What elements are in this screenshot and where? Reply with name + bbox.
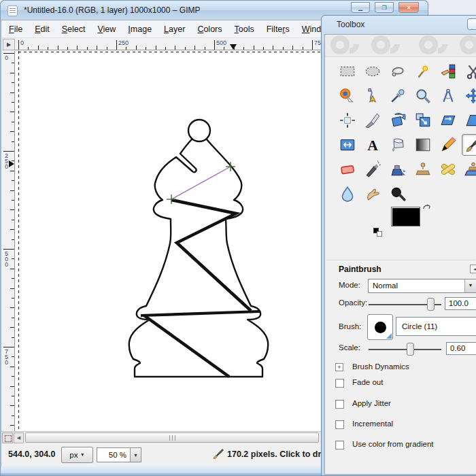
- tool-align[interactable]: [336, 109, 358, 131]
- checkbox-label: Use color from gradient: [352, 440, 434, 448]
- tool-blend[interactable]: [411, 134, 434, 156]
- tool-foreground-select[interactable]: [336, 85, 358, 107]
- menu-select[interactable]: Select: [56, 22, 92, 37]
- tool-clone[interactable]: [411, 158, 434, 180]
- tool-paths[interactable]: [361, 85, 384, 107]
- tool-eraser[interactable]: [336, 158, 358, 180]
- tool-scissors-select[interactable]: [462, 61, 476, 82]
- default-colors-icon[interactable]: [373, 228, 383, 237]
- scroll-left-arrow[interactable]: ◀: [14, 432, 24, 443]
- toolbox-close-button[interactable]: [467, 18, 476, 30]
- menu-edit[interactable]: Edit: [29, 22, 56, 37]
- scale-icon: [414, 112, 432, 129]
- tool-crop[interactable]: [361, 109, 384, 131]
- blur-sharpen-icon: [339, 185, 356, 203]
- tool-zoom[interactable]: [411, 85, 434, 107]
- tool-scale[interactable]: [411, 109, 434, 131]
- zoom-level-field[interactable]: 50 %: [97, 447, 131, 462]
- minimize-button[interactable]: ▁: [351, 2, 370, 13]
- unit-dropdown[interactable]: px ▼: [61, 447, 93, 463]
- paintbrush-status-icon: [212, 448, 224, 460]
- tool-select-by-color[interactable]: [437, 61, 459, 82]
- checkbox-fade-out[interactable]: [335, 379, 344, 388]
- clone-icon: [414, 160, 432, 178]
- menu-image[interactable]: Image: [122, 22, 158, 37]
- separator: [326, 260, 475, 260]
- swap-colors-icon[interactable]: [422, 203, 432, 211]
- smudge-icon: [364, 185, 381, 203]
- maximize-button[interactable]: ❐: [375, 2, 394, 13]
- tool-shear[interactable]: [437, 109, 459, 131]
- menu-tools[interactable]: Tools: [228, 22, 260, 37]
- menu-layer[interactable]: Layer: [158, 22, 191, 37]
- tool-smudge[interactable]: [361, 183, 384, 205]
- zoom-dropdown-arrow[interactable]: ▼: [131, 447, 141, 462]
- mode-select[interactable]: Normal ▼: [368, 279, 476, 293]
- menu-filters[interactable]: Filters: [260, 22, 296, 37]
- tool-ellipse-select[interactable]: [361, 61, 384, 82]
- wilber-decoration: [325, 35, 476, 57]
- options-collapse-icon[interactable]: ◂: [470, 265, 476, 273]
- tool-pencil[interactable]: [437, 134, 459, 156]
- tool-perspective[interactable]: [462, 109, 476, 131]
- tool-move[interactable]: [462, 85, 476, 107]
- quick-mask-toggle[interactable]: [2, 432, 13, 443]
- scale-slider-thumb[interactable]: [407, 343, 414, 356]
- close-button[interactable]: ✕: [398, 2, 419, 13]
- tool-bucket-fill[interactable]: [386, 134, 409, 156]
- scale-slider[interactable]: [369, 349, 441, 350]
- zoom-icon: [414, 87, 432, 105]
- tool-heal[interactable]: [437, 158, 459, 180]
- scrollbar-thumb[interactable]: [25, 432, 319, 443]
- left-ruler-label: 0: [5, 55, 8, 61]
- tool-flip[interactable]: [336, 134, 358, 156]
- toolbox-panel: A Paintbrush ◂ Mode: Normal ▼ Opacity: 1…: [324, 34, 476, 475]
- mode-dropdown-arrow[interactable]: ▼: [464, 279, 476, 292]
- foreground-color-swatch[interactable]: [391, 207, 420, 226]
- checkbox-incremental[interactable]: [335, 420, 344, 429]
- tool-options-title: Paintbrush: [339, 265, 381, 274]
- foreground-select-icon: [339, 87, 356, 105]
- brush-thumbnail-button[interactable]: [367, 314, 393, 340]
- brush-name-field[interactable]: Circle (11): [396, 317, 476, 336]
- tool-dodge-burn[interactable]: [386, 183, 409, 205]
- tool-rectangle-select[interactable]: [336, 61, 358, 82]
- menu-view[interactable]: View: [91, 22, 122, 37]
- checkbox-use-color-from-gradient[interactable]: [335, 441, 344, 449]
- tool-rotate[interactable]: [386, 109, 409, 131]
- tool-airbrush[interactable]: [361, 158, 384, 180]
- checkbox-apply-jitter[interactable]: [335, 400, 344, 409]
- tool-fuzzy-select[interactable]: [411, 61, 434, 82]
- scale-label: Scale:: [339, 343, 360, 352]
- text-icon: A: [364, 136, 381, 154]
- tool-color-picker[interactable]: [386, 85, 409, 107]
- tool-ink[interactable]: [386, 158, 409, 180]
- tool-measure[interactable]: [437, 85, 459, 107]
- menu-colors[interactable]: Colors: [191, 22, 228, 37]
- move-icon: [464, 87, 476, 105]
- tool-free-select[interactable]: [386, 61, 409, 82]
- checkbox-label: Apply Jitter: [352, 399, 391, 407]
- opacity-slider-thumb[interactable]: [427, 298, 435, 311]
- align-icon: [339, 112, 356, 129]
- tool-text[interactable]: A: [361, 134, 384, 156]
- ellipse-select-icon: [364, 63, 381, 80]
- ruler-corner-menu-button[interactable]: ▶: [3, 39, 15, 50]
- dodge-burn-icon: [389, 185, 407, 203]
- rectangle-select-icon: [339, 63, 356, 80]
- tool-paintbrush[interactable]: [462, 134, 476, 156]
- tool-blur-sharpen[interactable]: [336, 183, 358, 205]
- tool-perspective-clone[interactable]: [462, 158, 476, 180]
- brush-dynamics-expander[interactable]: +: [335, 363, 343, 371]
- heal-icon: [439, 160, 457, 178]
- scale-value-field[interactable]: 0.60: [446, 342, 476, 355]
- measure-icon: [439, 87, 457, 105]
- left-ruler[interactable]: 0250500750: [3, 51, 15, 431]
- opacity-label: Opacity:: [339, 299, 367, 307]
- left-ruler-label: 500: [5, 251, 8, 267]
- flip-icon: [339, 136, 356, 154]
- menu-file[interactable]: File: [3, 22, 29, 37]
- opacity-value-field[interactable]: 100.0: [445, 297, 476, 310]
- bishop-outline: [129, 139, 268, 377]
- gimp-app-icon: [7, 5, 18, 16]
